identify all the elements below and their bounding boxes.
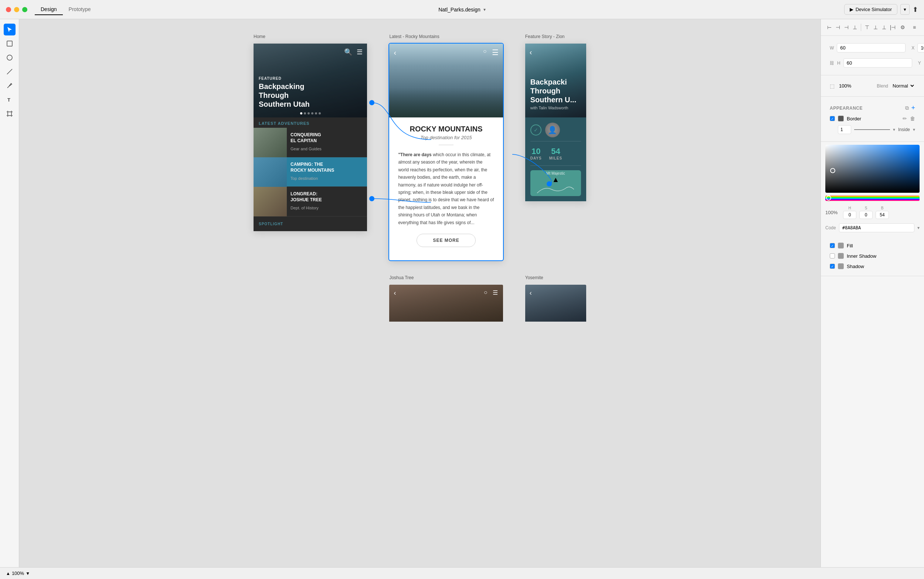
add-appearance-button[interactable]: + bbox=[911, 104, 915, 112]
device-simulator-button[interactable]: ▶ Device Simulator bbox=[844, 4, 898, 15]
blend-label: Blend bbox=[877, 83, 888, 88]
hex-input[interactable] bbox=[839, 223, 914, 232]
opacity-section: ⬚ 100% Blend Normal Multiply Screen Over… bbox=[821, 75, 924, 97]
share-button[interactable]: ⬆ bbox=[913, 5, 918, 14]
screen2-label: Latest - Rocky Mountains bbox=[389, 34, 503, 39]
menu-icon-center[interactable]: ☰ bbox=[492, 48, 499, 57]
align-distribute-h-btn[interactable]: |⊣ bbox=[889, 22, 897, 33]
align-left-btn[interactable]: ⊢ bbox=[826, 22, 833, 33]
list-item-1[interactable]: CONQUERINGEL CAPITAN Gear and Guides bbox=[254, 128, 367, 157]
border-edit-icon[interactable]: ✏ bbox=[903, 116, 907, 121]
fill-color-swatch[interactable] bbox=[838, 243, 844, 249]
color-gradient-dark bbox=[826, 145, 919, 193]
list-item-2[interactable]: CAMPING: THEROCKY MOUNTAINS Top destinat… bbox=[254, 157, 367, 187]
align-top-btn[interactable]: ⊤ bbox=[863, 22, 871, 33]
border-position-label: Inside bbox=[898, 127, 910, 132]
back-icon[interactable]: ‹ bbox=[394, 48, 396, 57]
rectangle-tool[interactable] bbox=[4, 38, 16, 49]
traffic-light-green[interactable] bbox=[22, 7, 27, 12]
list-item-3[interactable]: LONGREAD:JOSHUE TREE Dept. of History bbox=[254, 187, 367, 216]
code-chevron[interactable]: ▾ bbox=[917, 225, 919, 231]
title-chevron-icon[interactable]: ▾ bbox=[483, 7, 486, 12]
left-toolbar: T bbox=[0, 19, 19, 567]
zoom-control[interactable]: ▲ 100% ▼ bbox=[6, 571, 30, 576]
miles-value: 54 bbox=[549, 147, 563, 156]
tab-prototype[interactable]: Prototype bbox=[63, 4, 97, 15]
hue-handle[interactable] bbox=[826, 195, 831, 201]
align-bottom-btn[interactable]: ⊥ bbox=[880, 22, 888, 33]
canvas[interactable]: Home Latest - Rocky Mountains Feature St… bbox=[19, 19, 821, 567]
zion-hero: ‹ BackpackiThroughSouthern U... with Tal… bbox=[525, 44, 586, 118]
border-checkbox[interactable]: ✓ bbox=[830, 116, 835, 121]
opacity-icon: ⬚ bbox=[830, 83, 835, 89]
artboard-tool[interactable] bbox=[4, 108, 16, 119]
tab-design[interactable]: Design bbox=[35, 4, 63, 15]
search-icon[interactable]: 🔍 bbox=[344, 48, 352, 56]
play-icon: ▶ bbox=[850, 7, 853, 12]
h-label: H bbox=[837, 61, 840, 66]
color-gradient[interactable] bbox=[826, 145, 919, 193]
align-center-h-btn[interactable]: ⊣ bbox=[834, 22, 842, 33]
zion-back-icon[interactable]: ‹ bbox=[530, 48, 532, 57]
width-input[interactable] bbox=[837, 43, 906, 52]
list-header: LATEST ADVENTURES bbox=[254, 118, 367, 128]
shadow-label: Shadow bbox=[847, 263, 915, 269]
text-tool[interactable]: T bbox=[4, 94, 16, 106]
home-list: LATEST ADVENTURES CONQUERINGEL CAPITAN G… bbox=[254, 118, 367, 231]
thumb-1 bbox=[254, 128, 287, 157]
line-tool[interactable] bbox=[4, 66, 16, 77]
traffic-light-red[interactable] bbox=[6, 7, 11, 12]
shadow-color-swatch[interactable] bbox=[838, 263, 844, 269]
shadow-checkbox[interactable]: ✓ bbox=[830, 263, 835, 269]
brightness-value-input[interactable] bbox=[876, 211, 889, 219]
menu-icon[interactable]: ☰ bbox=[357, 48, 363, 56]
blend-mode-select[interactable]: Normal Multiply Screen Overlay bbox=[891, 83, 915, 89]
pen-tool[interactable] bbox=[4, 80, 16, 92]
circle-tool[interactable] bbox=[4, 52, 16, 64]
cursor-tool[interactable] bbox=[4, 24, 16, 36]
alignment-toolbar: ⊢ ⊣ ⊣ ⊥ ⊤ ⊥ ⊥ |⊣ ⚙ ≡ bbox=[821, 19, 924, 36]
screen1-label: Home bbox=[254, 34, 367, 39]
border-width-input[interactable] bbox=[838, 125, 851, 134]
dot-4 bbox=[311, 112, 313, 114]
border-style-chevron[interactable]: ▾ bbox=[893, 127, 895, 132]
hue-slider[interactable] bbox=[826, 196, 919, 201]
color-gradient-picker[interactable] bbox=[826, 145, 919, 193]
fill-checkbox[interactable]: ✓ bbox=[830, 243, 835, 248]
b-input-wrap: B bbox=[876, 206, 889, 219]
color-opacity: 100% bbox=[826, 210, 840, 215]
article-divider bbox=[439, 145, 453, 145]
color-picker-handle[interactable] bbox=[830, 168, 835, 173]
zoom-down-icon: ▼ bbox=[26, 571, 30, 576]
opacity-value: 100% bbox=[839, 83, 851, 88]
hsb-inputs: H S B bbox=[843, 206, 919, 219]
hue-value-input[interactable] bbox=[843, 211, 857, 219]
border-delete-icon[interactable]: 🗑 bbox=[910, 116, 915, 121]
panel-more-btn[interactable]: ≡ bbox=[909, 22, 919, 33]
distribute-v-btn[interactable]: ⊥ bbox=[851, 22, 858, 33]
border-position-chevron[interactable]: ▾ bbox=[913, 127, 915, 132]
panel-settings-btn[interactable]: ⚙ bbox=[898, 22, 908, 33]
appearance-title: APPEARANCE bbox=[830, 106, 905, 111]
item-3-title: LONGREAD:JOSHUE TREE bbox=[290, 191, 363, 203]
link-icon: ⛓ bbox=[830, 61, 834, 66]
align-middle-btn[interactable]: ⊥ bbox=[872, 22, 880, 33]
border-line-preview bbox=[854, 129, 890, 130]
x-input[interactable] bbox=[917, 43, 924, 52]
align-right-btn[interactable]: ⊣ bbox=[842, 22, 850, 33]
simulator-dropdown[interactable]: ▾ bbox=[900, 4, 909, 15]
item-1-subtitle: Gear and Guides bbox=[290, 147, 363, 151]
stat-miles: 54 MILES bbox=[549, 147, 563, 160]
copy-appearance-button[interactable]: ⧉ bbox=[905, 105, 909, 111]
inner-shadow-checkbox[interactable] bbox=[830, 254, 835, 258]
search-icon-center[interactable]: ○ bbox=[483, 48, 487, 57]
traffic-light-yellow[interactable] bbox=[14, 7, 19, 12]
saturation-value-input[interactable] bbox=[859, 211, 873, 219]
height-input[interactable] bbox=[844, 58, 912, 67]
border-color-swatch[interactable] bbox=[838, 116, 844, 121]
inner-shadow-color-swatch[interactable] bbox=[838, 253, 844, 259]
s-input-wrap: S bbox=[859, 206, 873, 219]
item-3-subtitle: Dept. of History bbox=[290, 206, 363, 210]
dot-3 bbox=[307, 112, 310, 114]
see-more-button[interactable]: SEE MORE bbox=[417, 234, 476, 247]
